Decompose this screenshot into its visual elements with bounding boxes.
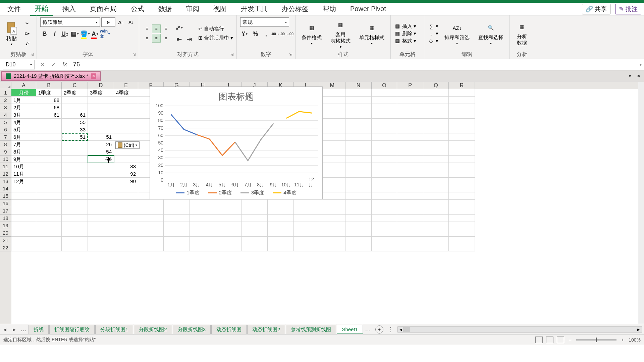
cell[interactable] xyxy=(423,119,449,126)
cell[interactable] xyxy=(88,119,114,126)
zoom-level[interactable]: 100% xyxy=(629,337,641,343)
cell[interactable] xyxy=(138,222,164,229)
cell[interactable] xyxy=(11,200,36,207)
cell[interactable] xyxy=(190,200,216,207)
cell[interactable] xyxy=(88,104,114,111)
conditional-format-button[interactable]: ▦条件格式▾ xyxy=(299,21,324,46)
cell[interactable] xyxy=(372,119,397,126)
borders-button[interactable]: ▦ xyxy=(70,29,79,38)
row-header[interactable]: 19 xyxy=(0,222,11,229)
cell[interactable] xyxy=(62,192,88,200)
cell[interactable] xyxy=(319,104,345,111)
cell[interactable] xyxy=(345,89,372,97)
cell[interactable] xyxy=(114,192,138,200)
col-header[interactable]: R xyxy=(449,82,475,89)
cell[interactable] xyxy=(397,222,423,229)
cell[interactable] xyxy=(114,244,138,251)
align-bottom-icon[interactable]: ≡ xyxy=(161,24,170,33)
row-header[interactable]: 6 xyxy=(0,126,11,133)
cell[interactable] xyxy=(345,178,372,185)
cell[interactable] xyxy=(397,111,423,119)
cell[interactable] xyxy=(397,133,423,141)
cell[interactable] xyxy=(345,200,372,207)
delete-button[interactable]: ▦删除 ▾ xyxy=(394,30,416,37)
cell[interactable] xyxy=(216,229,241,237)
currency-button[interactable]: ¥ xyxy=(240,29,249,38)
cell[interactable] xyxy=(114,222,138,229)
cell[interactable] xyxy=(11,185,36,192)
cell[interactable] xyxy=(294,229,319,237)
cell[interactable] xyxy=(216,200,241,207)
menu-tab-7[interactable]: 视图 xyxy=(209,2,231,15)
cell[interactable] xyxy=(241,222,268,229)
cell[interactable]: 61 xyxy=(36,111,62,119)
cell[interactable] xyxy=(216,222,241,229)
cell[interactable] xyxy=(11,207,36,215)
underline-button[interactable]: U xyxy=(60,29,69,38)
close-doc-icon[interactable]: ✕ xyxy=(91,73,96,79)
cell[interactable] xyxy=(345,141,372,148)
view-normal-icon[interactable] xyxy=(535,337,543,343)
autosum-button[interactable]: ∑▾ xyxy=(428,23,438,29)
decrease-indent-icon[interactable]: ⇤ xyxy=(175,35,183,44)
cell[interactable] xyxy=(62,237,88,244)
cell[interactable] xyxy=(319,111,345,119)
cell[interactable] xyxy=(319,170,345,178)
comma-button[interactable]: , xyxy=(262,29,270,38)
cell[interactable] xyxy=(114,119,138,126)
cell[interactable] xyxy=(88,126,114,133)
cell[interactable] xyxy=(423,141,449,148)
cell[interactable] xyxy=(11,237,36,244)
cell[interactable] xyxy=(423,222,449,229)
cell[interactable] xyxy=(114,185,138,192)
cell[interactable] xyxy=(294,244,319,251)
cell[interactable] xyxy=(36,156,62,163)
font-name-select[interactable]: 微软雅黑▾ xyxy=(40,17,100,27)
cell[interactable] xyxy=(423,163,449,170)
cell[interactable] xyxy=(294,207,319,215)
cell[interactable] xyxy=(36,185,62,192)
cell[interactable] xyxy=(88,163,114,170)
cell[interactable] xyxy=(345,222,372,229)
menu-tab-5[interactable]: 数据 xyxy=(154,2,176,15)
sheet-nav-more2-icon[interactable]: … xyxy=(363,326,373,333)
row-header[interactable]: 5 xyxy=(0,119,11,126)
cell[interactable]: 55 xyxy=(62,119,88,126)
col-header[interactable]: P xyxy=(397,82,423,89)
cell[interactable] xyxy=(268,215,294,222)
clipboard-launcher-icon[interactable]: ⇲ xyxy=(31,53,35,57)
row-header[interactable]: 4 xyxy=(0,111,11,119)
increase-indent-icon[interactable]: ⇥ xyxy=(185,35,194,44)
name-box[interactable]: D10▾ xyxy=(3,60,35,69)
cell[interactable] xyxy=(294,200,319,207)
cell[interactable] xyxy=(345,148,372,156)
cell[interactable] xyxy=(36,237,62,244)
cell[interactable] xyxy=(88,200,114,207)
cell[interactable] xyxy=(449,97,475,104)
analyze-data-button[interactable]: ▦分析 数据 xyxy=(513,20,531,47)
cell[interactable]: 月份 xyxy=(11,89,36,97)
cell[interactable] xyxy=(88,170,114,178)
cell[interactable] xyxy=(449,133,475,141)
cell[interactable] xyxy=(268,237,294,244)
menu-tab-6[interactable]: 审阅 xyxy=(181,2,204,15)
cell[interactable] xyxy=(372,111,397,119)
cell[interactable] xyxy=(449,178,475,185)
paste-button[interactable]: A 粘贴▾ xyxy=(3,20,19,47)
cell[interactable] xyxy=(397,200,423,207)
cell[interactable] xyxy=(268,200,294,207)
cell[interactable]: 54 xyxy=(88,148,114,156)
row-header[interactable]: 3 xyxy=(0,104,11,111)
align-left-icon[interactable]: ≡ xyxy=(143,34,151,43)
cell[interactable] xyxy=(449,192,475,200)
cell[interactable] xyxy=(319,133,345,141)
select-all-corner[interactable] xyxy=(0,82,11,89)
cell[interactable] xyxy=(36,119,62,126)
cell[interactable] xyxy=(190,237,216,244)
comments-button[interactable]: ✎ 批注 xyxy=(615,4,641,14)
cell[interactable] xyxy=(62,156,88,163)
menu-tab-9[interactable]: 办公标签 xyxy=(277,2,313,15)
cell[interactable] xyxy=(319,192,345,200)
cell[interactable] xyxy=(114,133,138,141)
cell[interactable]: 2月 xyxy=(11,104,36,111)
